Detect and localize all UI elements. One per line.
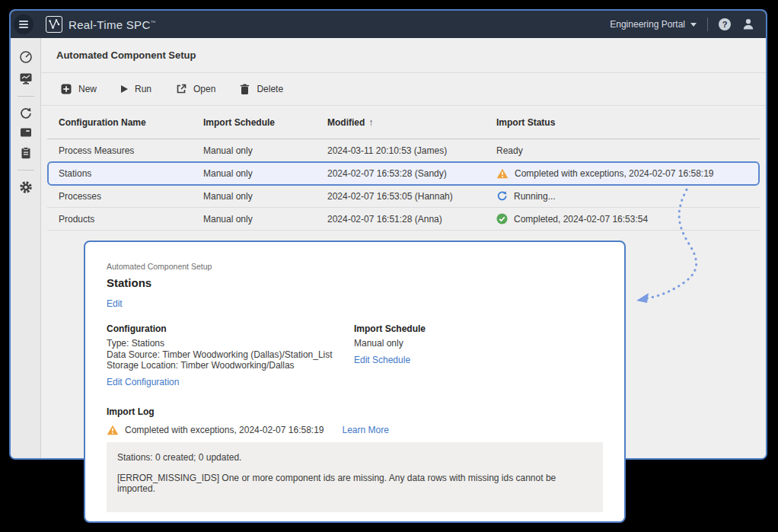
sidebar-divider <box>18 170 34 170</box>
app-logo-icon <box>46 16 62 33</box>
portal-dropdown[interactable]: Engineering Portal <box>610 19 697 30</box>
detail-panel: Automated Component Setup Stations Edit … <box>84 241 626 523</box>
edit-link[interactable]: Edit <box>107 298 123 309</box>
learn-more-link[interactable]: Learn More <box>343 425 389 435</box>
column-header-schedule[interactable]: Import Schedule <box>203 117 327 128</box>
warning-icon <box>107 425 119 435</box>
header-divider <box>707 18 708 31</box>
configuration-heading: Configuration <box>107 323 354 334</box>
user-icon[interactable] <box>741 18 755 31</box>
edit-schedule-link[interactable]: Edit Schedule <box>354 355 410 365</box>
import-schedule-heading: Import Schedule <box>354 323 426 334</box>
run-button[interactable]: Run <box>121 84 151 94</box>
panel-breadcrumb: Automated Component Setup <box>107 262 603 271</box>
column-header-name[interactable]: Configuration Name <box>59 117 203 128</box>
log-line: [ERROR_MISSING_IDS] One or more componen… <box>117 473 592 494</box>
sidebar-divider <box>18 96 34 97</box>
open-button[interactable]: Open <box>176 84 215 94</box>
table-row[interactable]: Products Manual only 2024-02-07 16:51:28… <box>47 208 760 231</box>
open-external-icon <box>176 84 187 94</box>
hamburger-menu-button[interactable] <box>14 14 33 34</box>
storage-box-icon[interactable] <box>19 126 33 139</box>
new-button[interactable]: New <box>61 84 97 94</box>
import-log-status-text: Completed with exceptions, 2024-02-07 16… <box>125 425 324 435</box>
import-log-output: Stations: 0 created; 0 updated. [ERROR_M… <box>107 442 603 512</box>
toolbar: New Run Open <box>41 73 766 106</box>
configuration-section: Configuration Type: Stations Data Source… <box>107 323 354 387</box>
status-cell: Ready <box>496 145 760 156</box>
configuration-type: Type: Stations <box>107 338 354 349</box>
app-title: Real-Time SPC™ <box>69 18 156 31</box>
status-cell: Completed with exceptions, 2024-02-07 16… <box>496 168 758 179</box>
plus-icon <box>61 84 72 94</box>
monitor-chart-icon[interactable] <box>18 72 33 86</box>
import-log-heading: Import Log <box>107 406 603 417</box>
trash-icon <box>240 84 250 94</box>
table-row[interactable]: Processes Manual only 2024-02-07 16:53:0… <box>47 185 760 208</box>
app-header: Real-Time SPC™ Engineering Portal ? <box>11 11 766 38</box>
import-schedule-section: Import Schedule Manual only Edit Schedul… <box>354 323 426 387</box>
warning-icon <box>496 168 509 179</box>
table-row[interactable]: Process Measures Manual only 2024-03-11 … <box>47 139 760 162</box>
gear-icon[interactable] <box>19 180 33 194</box>
portal-label: Engineering Portal <box>610 19 685 30</box>
configurations-table: Configuration Name Import Schedule Modif… <box>47 106 760 231</box>
table-header-row: Configuration Name Import Schedule Modif… <box>47 106 760 139</box>
help-icon[interactable]: ? <box>719 18 731 30</box>
column-header-modified[interactable]: Modified↑ <box>327 117 496 128</box>
delete-button[interactable]: Delete <box>240 84 283 94</box>
trademark: ™ <box>151 20 156 25</box>
play-icon <box>121 85 128 93</box>
log-line: Stations: 0 created; 0 updated. <box>117 452 592 463</box>
status-cell: Running... <box>496 190 760 202</box>
gauge-icon[interactable] <box>18 50 33 65</box>
import-log-status: Completed with exceptions, 2024-02-07 16… <box>107 425 603 435</box>
page-title: Automated Component Setup <box>56 49 196 61</box>
column-header-status[interactable]: Import Status <box>496 117 760 128</box>
import-schedule-value: Manual only <box>354 338 426 349</box>
screenshot-stage: Real-Time SPC™ Engineering Portal ? <box>0 0 778 532</box>
sidebar <box>11 38 41 458</box>
edit-configuration-link[interactable]: Edit Configuration <box>107 377 179 387</box>
chevron-down-icon <box>690 23 697 27</box>
sort-ascending-icon: ↑ <box>368 117 373 128</box>
success-icon <box>496 213 508 225</box>
page-header: Automated Component Setup <box>41 38 766 73</box>
table-row-selected[interactable]: Stations Manual only 2024-02-07 16:53:28… <box>47 161 760 186</box>
running-icon <box>496 190 508 202</box>
sync-icon[interactable] <box>19 107 33 120</box>
status-cell: Completed, 2024-02-07 16:53:54 <box>496 213 760 225</box>
configuration-storage-location: Storage Location: Timber Woodworking/Dal… <box>107 360 354 371</box>
panel-title: Stations <box>107 276 603 289</box>
clipboard-icon[interactable] <box>19 146 33 160</box>
configuration-data-source: Data Source: Timber Woodworking (Dallas)… <box>107 349 354 361</box>
